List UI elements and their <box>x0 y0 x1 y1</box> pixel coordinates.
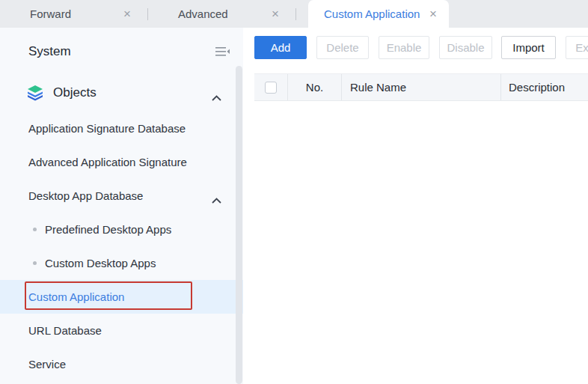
tab-separator <box>295 8 296 20</box>
sidebar-item-label: Advanced Application Signature <box>28 156 187 168</box>
import-button[interactable]: Import <box>501 36 556 59</box>
content-area: System <box>0 28 588 384</box>
sidebar-item-label: Custom Desktop Apps <box>45 257 156 269</box>
sidebar-item-label: System <box>28 44 71 59</box>
tab-forward[interactable]: Forward × <box>0 0 147 28</box>
sidebar-item-label: URL Database <box>28 324 102 337</box>
sidebar-item-service[interactable]: Service <box>0 347 243 381</box>
sidebar-item-label: Service <box>28 358 66 371</box>
sidebar-item-label: Application Signature Database <box>28 122 186 135</box>
sidebar-item-url-database[interactable]: URL Database <box>0 314 243 347</box>
sidebar-item-desktop-app-database[interactable]: Desktop App Database <box>0 179 243 213</box>
table-header-no: No. <box>288 74 342 100</box>
sidebar-item-objects[interactable]: Objects <box>0 74 243 112</box>
sidebar-item-custom-application[interactable]: Custom Application <box>0 280 243 314</box>
sidebar-item-advanced-application-signature[interactable]: Advanced Application Signature <box>0 145 243 179</box>
column-label: Description <box>509 81 565 94</box>
tab-bar: Forward × Advanced × Custom Application … <box>0 0 588 28</box>
select-all-checkbox[interactable] <box>265 82 277 94</box>
layers-icon <box>27 85 43 101</box>
bullet-icon <box>33 261 37 265</box>
bullet-icon <box>33 228 37 231</box>
table-header-row: No. Rule Name Description <box>254 73 588 101</box>
add-button[interactable]: Add <box>254 36 307 59</box>
toolbar: Add Delete Enable Disable Import Export <box>254 36 588 59</box>
app-window: Forward × Advanced × Custom Application … <box>0 0 588 384</box>
delete-button[interactable]: Delete <box>316 36 369 59</box>
sidebar-item-label: Custom Application <box>28 290 124 303</box>
table-header-description: Description <box>501 74 588 100</box>
column-label: No. <box>306 81 323 94</box>
close-icon[interactable]: × <box>429 7 437 20</box>
column-label: Rule Name <box>350 81 406 94</box>
close-icon[interactable]: × <box>272 7 279 20</box>
chevron-up-icon[interactable] <box>212 193 221 206</box>
main-pane: Add Delete Enable Disable Import Export … <box>243 28 588 384</box>
table-header-checkbox-cell <box>254 74 288 100</box>
tab-custom-application-label: Custom Application <box>324 7 420 20</box>
table-body-empty <box>254 102 588 384</box>
enable-button[interactable]: Enable <box>379 36 429 59</box>
export-button[interactable]: Export <box>566 36 588 59</box>
sidebar-item-predefined-desktop-apps[interactable]: Predefined Desktop Apps <box>0 213 243 246</box>
sidebar-item-system[interactable]: System <box>0 34 243 70</box>
sidebar-item-label: Predefined Desktop Apps <box>45 223 171 236</box>
tab-advanced[interactable]: Advanced × <box>148 0 295 28</box>
tab-advanced-label: Advanced <box>178 7 228 20</box>
collapse-menu-icon[interactable] <box>215 46 230 61</box>
sidebar-item-application-signature-database[interactable]: Application Signature Database <box>0 112 243 145</box>
chevron-up-icon[interactable] <box>212 90 221 105</box>
sidebar-item-custom-desktop-apps[interactable]: Custom Desktop Apps <box>0 246 243 280</box>
sidebar-item-label: Objects <box>53 85 97 100</box>
table-header-rule-name: Rule Name <box>342 74 501 100</box>
tab-forward-label: Forward <box>30 7 71 20</box>
sidebar-vertical-scrollbar[interactable] <box>236 66 242 384</box>
close-icon[interactable]: × <box>123 7 131 20</box>
sidebar: System <box>0 28 243 384</box>
sidebar-item-label: Desktop App Database <box>28 189 143 202</box>
disable-button[interactable]: Disable <box>439 36 492 59</box>
tab-custom-application[interactable]: Custom Application × <box>308 0 449 28</box>
